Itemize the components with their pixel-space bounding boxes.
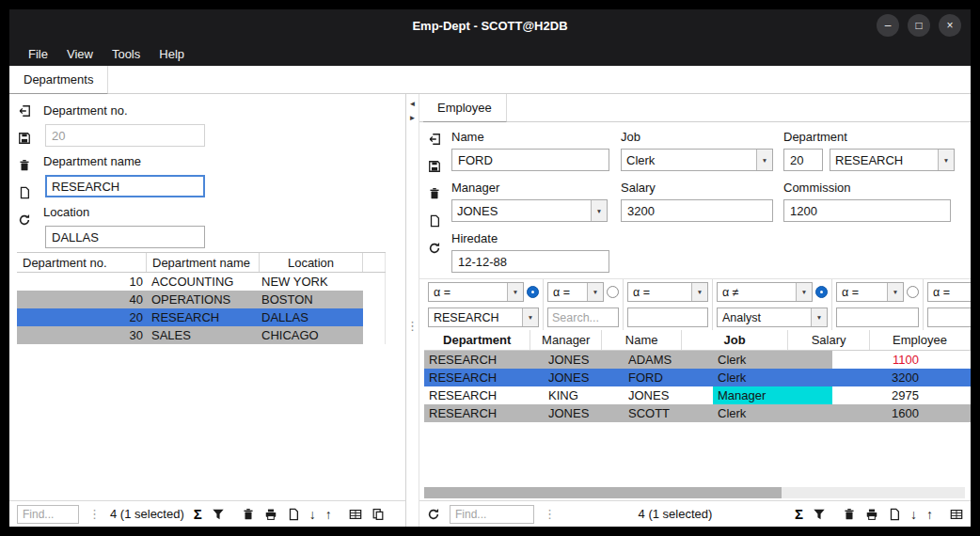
table-row[interactable]: 30SALESCHICAGO bbox=[17, 326, 386, 344]
col-header-name[interactable]: Name bbox=[602, 330, 682, 350]
table-row[interactable]: RESEARCH JONES ADAMS Clerk 1100 bbox=[424, 351, 971, 369]
col-header-department[interactable]: Department bbox=[424, 330, 530, 350]
filter-op-combo[interactable]: α ≠▼ bbox=[717, 282, 813, 302]
filter-enable-radio[interactable] bbox=[815, 286, 828, 298]
refresh-icon[interactable] bbox=[427, 241, 442, 256]
save-icon[interactable] bbox=[17, 131, 32, 146]
table-row[interactable]: RESEARCH KING JONES Manager 2975 bbox=[424, 386, 971, 404]
chevron-down-icon[interactable]: ▼ bbox=[591, 200, 607, 221]
col-header-employee[interactable]: Employee bbox=[870, 330, 971, 350]
scrollbar-thumb[interactable] bbox=[424, 487, 782, 498]
panel-splitter[interactable]: ◄ ► ⋮ bbox=[406, 94, 419, 527]
horizontal-scrollbar[interactable] bbox=[424, 487, 965, 498]
filter-icon[interactable] bbox=[212, 508, 225, 521]
maximize-button[interactable]: □ bbox=[908, 14, 930, 37]
delete-icon[interactable] bbox=[242, 508, 255, 521]
chevron-down-icon[interactable]: ▼ bbox=[587, 283, 603, 301]
col-header-salary[interactable]: Salary bbox=[788, 330, 870, 350]
collapse-right-icon[interactable]: ► bbox=[409, 111, 417, 125]
chevron-down-icon[interactable]: ▼ bbox=[796, 283, 812, 301]
location-field[interactable] bbox=[45, 226, 205, 248]
chevron-down-icon[interactable]: ▼ bbox=[887, 283, 903, 301]
menu-file[interactable]: File bbox=[19, 47, 57, 61]
grid-view-icon[interactable] bbox=[349, 508, 362, 521]
col-header-dept-no[interactable]: Department no. bbox=[17, 253, 147, 272]
delete-icon[interactable] bbox=[427, 186, 442, 201]
hiredate-field[interactable] bbox=[451, 250, 609, 273]
filter-icon[interactable] bbox=[813, 508, 826, 521]
table-row-selected[interactable]: RESEARCH JONES FORD Clerk 3200 bbox=[424, 369, 971, 386]
filter-op-combo[interactable]: α =▼ bbox=[547, 282, 604, 302]
table-row[interactable]: 10ACCOUNTINGNEW YORK bbox=[17, 273, 386, 291]
table-row-selected[interactable]: 20RESEARCHDALLAS bbox=[17, 308, 386, 326]
name-field[interactable] bbox=[451, 149, 609, 171]
collapse-left-icon[interactable]: ◄ bbox=[409, 97, 417, 111]
delete-icon[interactable] bbox=[17, 158, 32, 173]
salary-field[interactable] bbox=[621, 199, 773, 222]
refresh-icon[interactable] bbox=[17, 213, 32, 228]
chevron-down-icon[interactable]: ▼ bbox=[691, 283, 707, 301]
filter-value-input-salary[interactable] bbox=[836, 307, 919, 327]
filter-enable-radio[interactable] bbox=[607, 286, 619, 298]
refresh-icon[interactable] bbox=[427, 508, 440, 521]
revert-icon[interactable] bbox=[17, 103, 32, 118]
chevron-down-icon[interactable]: ▼ bbox=[522, 308, 538, 326]
chevron-down-icon[interactable]: ▼ bbox=[811, 308, 827, 326]
filter-op-combo[interactable]: α =▼ bbox=[927, 282, 971, 302]
filter-search-input[interactable] bbox=[547, 307, 619, 327]
splitter-grip-icon[interactable]: ⋮ bbox=[406, 319, 419, 333]
filter-op-combo[interactable]: α =▼ bbox=[836, 282, 904, 302]
copy-icon[interactable] bbox=[287, 508, 300, 521]
move-down-icon[interactable]: ↓ bbox=[910, 507, 917, 522]
save-icon[interactable] bbox=[427, 159, 442, 174]
copy-icon[interactable] bbox=[888, 508, 901, 521]
tab-employee[interactable]: Employee bbox=[423, 94, 507, 122]
filter-enable-radio[interactable] bbox=[907, 286, 919, 298]
department-combo[interactable]: RESEARCH ▼ bbox=[830, 149, 955, 171]
new-record-icon[interactable] bbox=[17, 185, 32, 200]
dept-no-field[interactable] bbox=[45, 124, 205, 147]
col-header-manager[interactable]: Manager bbox=[530, 330, 602, 350]
chevron-down-icon[interactable]: ▼ bbox=[756, 150, 772, 170]
chevron-down-icon[interactable]: ▼ bbox=[507, 283, 523, 301]
filter-value-input-employee[interactable] bbox=[927, 307, 971, 327]
filter-value-combo-department[interactable]: RESEARCH▼ bbox=[428, 307, 539, 327]
revert-icon[interactable] bbox=[427, 132, 442, 147]
job-combo[interactable]: Clerk ▼ bbox=[621, 149, 773, 171]
delete-icon[interactable] bbox=[843, 508, 856, 521]
menu-help[interactable]: Help bbox=[150, 47, 194, 61]
filter-op-combo[interactable]: α =▼ bbox=[428, 282, 524, 302]
manager-combo[interactable]: JONES ▼ bbox=[451, 199, 608, 222]
filter-enable-radio[interactable] bbox=[527, 286, 539, 298]
filter-value-input-name[interactable] bbox=[627, 307, 708, 327]
move-up-icon[interactable]: ↑ bbox=[325, 507, 332, 522]
col-header-location[interactable]: Location bbox=[260, 253, 363, 272]
grid-view-icon[interactable] bbox=[950, 508, 963, 521]
dept-name-field[interactable] bbox=[45, 175, 205, 197]
title-bar[interactable]: Emp-Dept - SCOTT@H2DB – □ × bbox=[9, 9, 971, 41]
find-input[interactable] bbox=[17, 505, 79, 524]
chevron-down-icon[interactable]: ▼ bbox=[938, 150, 954, 170]
close-button[interactable]: × bbox=[939, 14, 961, 37]
move-up-icon[interactable]: ↑ bbox=[926, 507, 933, 522]
new-record-icon[interactable] bbox=[427, 213, 442, 229]
print-icon[interactable] bbox=[865, 508, 878, 521]
filter-op-combo[interactable]: α =▼ bbox=[627, 282, 708, 302]
table-row[interactable]: 40OPERATIONSBOSTON bbox=[17, 291, 386, 308]
tab-departments[interactable]: Departments bbox=[9, 66, 108, 94]
menu-tools[interactable]: Tools bbox=[103, 47, 150, 61]
move-down-icon[interactable]: ↓ bbox=[309, 507, 316, 522]
sum-icon[interactable]: Σ bbox=[194, 506, 202, 522]
col-header-dept-name[interactable]: Department name bbox=[147, 253, 260, 272]
print-icon[interactable] bbox=[264, 508, 277, 521]
find-input[interactable] bbox=[450, 505, 534, 524]
commission-field[interactable] bbox=[783, 199, 951, 222]
duplicate-icon[interactable] bbox=[371, 508, 385, 521]
table-row[interactable]: RESEARCH JONES SCOTT Clerk 1600 bbox=[424, 404, 971, 422]
minimize-button[interactable]: – bbox=[877, 14, 899, 37]
menu-view[interactable]: View bbox=[57, 47, 103, 61]
sum-icon[interactable]: Σ bbox=[795, 506, 803, 522]
department-no-field[interactable] bbox=[783, 149, 823, 171]
col-header-job[interactable]: Job bbox=[682, 330, 788, 350]
filter-value-combo-job[interactable]: Analyst▼ bbox=[717, 307, 828, 327]
